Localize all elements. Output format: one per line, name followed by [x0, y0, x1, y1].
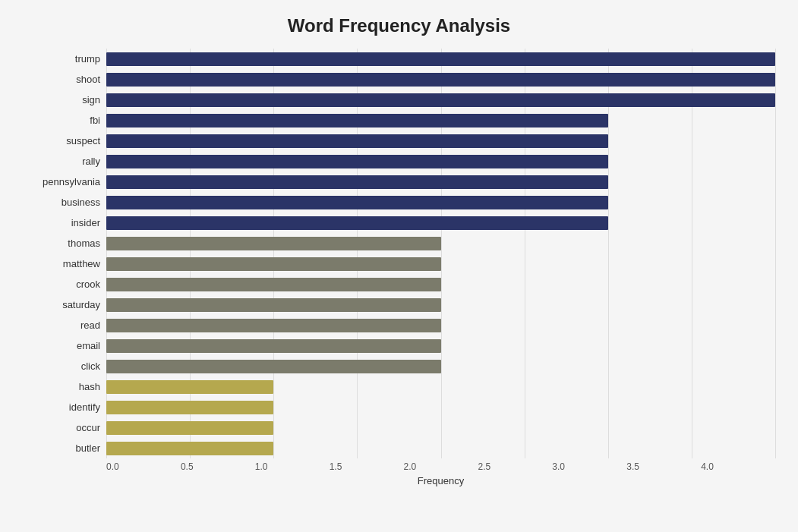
y-label: pennsylvania: [23, 177, 100, 187]
bar: [106, 237, 441, 250]
x-tick: 2.0: [404, 461, 478, 472]
bar: [106, 278, 441, 291]
bar: [106, 339, 441, 353]
y-label: click: [23, 361, 100, 371]
x-tick: 1.0: [255, 461, 330, 472]
x-tick: 4.0: [701, 461, 775, 472]
bar-row: [106, 276, 775, 293]
bar-row: [106, 153, 775, 170]
bar-row: [106, 358, 775, 375]
bar: [106, 196, 608, 209]
bar: [106, 73, 775, 87]
y-label: saturday: [23, 300, 100, 310]
bar-row: [106, 92, 775, 109]
x-tick: 2.5: [478, 461, 552, 472]
y-axis: trumpshootsignfbisuspectrallypennsylvani…: [23, 49, 106, 458]
y-label: insider: [23, 218, 100, 228]
bar: [106, 257, 441, 271]
y-label: fbi: [23, 115, 100, 125]
bar: [106, 442, 273, 455]
bar-row: [106, 215, 775, 231]
bar-row: [106, 399, 775, 416]
grid-line: [775, 49, 776, 458]
bar-row: [106, 174, 775, 190]
bar-row: [106, 297, 775, 313]
y-label: matthew: [23, 259, 100, 269]
x-tick: 0.0: [106, 461, 181, 472]
y-label: hash: [23, 382, 100, 392]
y-label: email: [23, 341, 100, 351]
bar-row: [106, 194, 775, 211]
bar: [106, 93, 775, 107]
bar-row: [106, 256, 775, 272]
bar-row: [106, 420, 775, 436]
bar: [106, 134, 608, 148]
x-axis-ticks: 0.00.51.01.52.02.53.03.54.0: [23, 461, 775, 472]
bar-row: [106, 379, 775, 395]
bar: [106, 155, 608, 168]
bar-row: [106, 51, 775, 68]
y-label: occur: [23, 423, 100, 433]
x-tick: 0.5: [181, 461, 255, 472]
y-label: crook: [23, 279, 100, 289]
y-label: identify: [23, 402, 100, 412]
x-axis-label: Frequency: [23, 475, 775, 486]
x-tick: 1.5: [330, 461, 404, 472]
y-label: read: [23, 320, 100, 330]
bar: [106, 175, 608, 189]
y-label: business: [23, 197, 100, 207]
y-label: shoot: [23, 74, 100, 84]
y-label: trump: [23, 54, 100, 64]
bar: [106, 401, 273, 414]
bar: [106, 298, 441, 312]
bar-row: [106, 317, 775, 334]
y-label: sign: [23, 95, 100, 105]
x-tick: 3.0: [552, 461, 626, 472]
bar: [106, 216, 608, 230]
bar: [106, 421, 273, 435]
bar: [106, 360, 441, 373]
bar: [106, 52, 775, 66]
bar: [106, 319, 441, 332]
chart-title: Word Frequency Analysis: [23, 15, 775, 36]
y-label: suspect: [23, 136, 100, 146]
bar-row: [106, 440, 775, 457]
bar-row: [106, 133, 775, 150]
bar-row: [106, 338, 775, 354]
bar-row: [106, 71, 775, 88]
bar: [106, 114, 608, 127]
y-label: rally: [23, 156, 100, 166]
y-label: butler: [23, 443, 100, 453]
bar-row: [106, 235, 775, 252]
y-label: thomas: [23, 238, 100, 248]
x-tick: 3.5: [626, 461, 701, 472]
plot-area: [106, 49, 775, 458]
chart-container: Word Frequency Analysis trumpshootsignfb…: [0, 0, 798, 532]
bar: [106, 380, 273, 394]
bar-row: [106, 112, 775, 129]
